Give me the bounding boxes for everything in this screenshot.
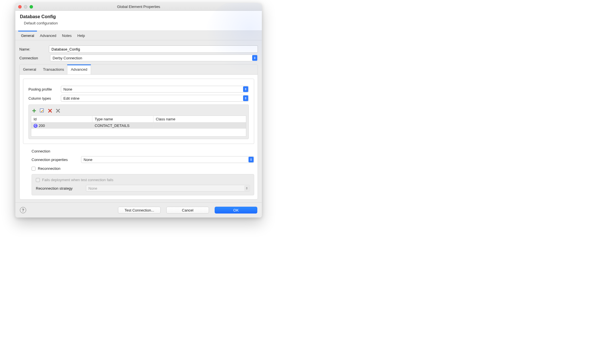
advanced-inner: Pooling profile None Column types Edit i… bbox=[20, 75, 258, 199]
connection-label: Connection bbox=[19, 56, 49, 60]
chevrons-icon bbox=[252, 55, 257, 61]
svg-point-3 bbox=[56, 112, 57, 112]
cancel-button[interactable]: Cancel bbox=[166, 207, 209, 214]
chevrons-icon bbox=[243, 95, 248, 101]
tab-help[interactable]: Help bbox=[74, 31, 88, 40]
table-toolbar bbox=[31, 107, 246, 116]
edit-icon[interactable] bbox=[40, 108, 45, 113]
subtab-general[interactable]: General bbox=[20, 64, 40, 74]
col-id: Id bbox=[31, 116, 92, 122]
table-empty-area bbox=[31, 129, 246, 137]
chevrons-icon bbox=[243, 86, 248, 92]
connection-select-value: Derby Connection bbox=[53, 56, 82, 60]
minimize-icon bbox=[24, 5, 27, 9]
chevrons-icon bbox=[248, 157, 254, 162]
pooling-select-value: None bbox=[63, 87, 72, 91]
page-subtitle: Default configuration bbox=[24, 21, 257, 25]
reconnection-checkbox-label: Reconnection bbox=[38, 166, 61, 171]
dialog-window: Global Element Properties Database Confi… bbox=[15, 3, 262, 217]
fails-deploy-label: Fails deployment when test connection fa… bbox=[42, 178, 113, 182]
connection-section: Connection Connection properties None Re… bbox=[32, 149, 254, 195]
name-label: Name: bbox=[19, 47, 49, 51]
column-types-table: Id Type name Class name C 200 CONTACT_DE… bbox=[28, 104, 249, 139]
tools-icon[interactable] bbox=[55, 108, 61, 113]
connection-panel: General Transactions Advanced Pooling pr… bbox=[19, 64, 258, 200]
svg-point-2 bbox=[59, 109, 60, 110]
zoom-icon[interactable] bbox=[30, 5, 33, 9]
tab-general[interactable]: General bbox=[18, 31, 37, 40]
conn-props-label: Connection properties bbox=[32, 158, 81, 162]
advanced-subpanel: Pooling profile None Column types Edit i… bbox=[23, 79, 254, 144]
fails-deploy-checkbox bbox=[36, 178, 40, 182]
ok-button[interactable]: OK bbox=[215, 207, 257, 214]
tab-advanced[interactable]: Advanced bbox=[37, 31, 59, 40]
conn-props-select[interactable]: None bbox=[81, 156, 254, 163]
pooling-select[interactable]: None bbox=[61, 86, 249, 93]
column-types-select[interactable]: Edit inline bbox=[61, 95, 249, 102]
header: Database Config Default configuration bbox=[15, 11, 262, 31]
close-icon[interactable] bbox=[18, 5, 22, 9]
recon-strategy-label: Reconnection strategy bbox=[36, 186, 86, 191]
reconnection-checkbox[interactable] bbox=[32, 167, 36, 171]
svg-point-1 bbox=[56, 109, 57, 110]
help-icon[interactable]: ? bbox=[20, 207, 26, 213]
connection-select[interactable]: Derby Connection bbox=[50, 55, 258, 61]
subtab-advanced[interactable]: Advanced bbox=[67, 64, 91, 74]
dialog-footer: ? Test Connection... Cancel OK bbox=[15, 202, 262, 217]
cell-class-name bbox=[154, 125, 246, 127]
col-class-name: Class name bbox=[154, 116, 246, 122]
recon-strategy-value: None bbox=[88, 186, 97, 191]
traffic-lights bbox=[18, 5, 33, 9]
reconnection-box: Fails deployment when test connection fa… bbox=[32, 174, 254, 195]
column-types-label: Column types bbox=[28, 96, 61, 101]
recon-strategy-select: None bbox=[86, 185, 250, 192]
conn-props-select-value: None bbox=[84, 158, 92, 162]
column-types-select-value: Edit inline bbox=[63, 96, 79, 101]
row-type-icon: C bbox=[34, 124, 38, 128]
cell-type-name: CONTACT_DETAILS bbox=[92, 123, 154, 129]
delete-icon[interactable] bbox=[47, 108, 53, 113]
table-header-row: Id Type name Class name bbox=[31, 116, 246, 123]
chevrons-icon bbox=[244, 185, 249, 191]
subtab-transactions[interactable]: Transactions bbox=[40, 64, 67, 74]
test-connection-button[interactable]: Test Connection... bbox=[118, 207, 161, 214]
svg-point-4 bbox=[59, 112, 60, 112]
tab-notes[interactable]: Notes bbox=[59, 31, 74, 40]
connection-section-title: Connection bbox=[32, 149, 254, 153]
page-title: Database Config bbox=[20, 14, 257, 19]
cell-id: 200 bbox=[39, 124, 45, 128]
col-type-name: Type name bbox=[92, 116, 154, 122]
table-row[interactable]: C 200 CONTACT_DETAILS bbox=[31, 123, 246, 129]
pooling-label: Pooling profile bbox=[28, 87, 61, 91]
add-icon[interactable] bbox=[32, 108, 37, 113]
